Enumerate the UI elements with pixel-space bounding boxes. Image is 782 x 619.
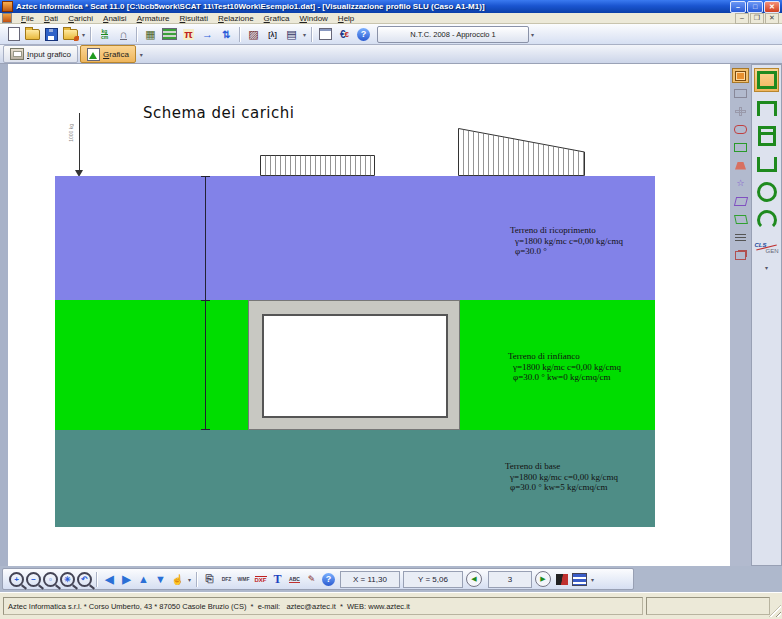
dxf-export-button[interactable]: DXF bbox=[252, 570, 269, 588]
text-tool-icon: T bbox=[274, 572, 282, 587]
shape-rectangle-button[interactable] bbox=[732, 68, 749, 83]
shape-rounded-rect-button[interactable] bbox=[732, 122, 749, 137]
materials-button[interactable] bbox=[160, 25, 179, 43]
dfz-export-button[interactable]: DFZ bbox=[218, 570, 235, 588]
new-file-button[interactable] bbox=[4, 25, 23, 43]
maximize-button[interactable]: □ bbox=[747, 1, 763, 13]
load-hatch-button[interactable]: ▨ bbox=[244, 25, 263, 43]
shape-trapezoid-button[interactable] bbox=[732, 158, 749, 173]
type-cls-gen-button[interactable]: CLS GEN bbox=[754, 236, 779, 260]
shape-green-rect-button[interactable] bbox=[732, 140, 749, 155]
next-case-button[interactable]: ▶ bbox=[535, 571, 551, 587]
save-file-button[interactable] bbox=[42, 25, 61, 43]
shape-3dbox-button[interactable] bbox=[732, 248, 749, 263]
menu-grafica[interactable]: Grafica bbox=[259, 14, 295, 23]
pan-left-button[interactable]: ◀ bbox=[101, 570, 118, 588]
color-mode-icon[interactable] bbox=[556, 574, 568, 585]
zoom-window-icon: ▫ bbox=[43, 572, 58, 587]
close-button[interactable]: ✕ bbox=[764, 1, 780, 13]
shape-quad-green-button[interactable] bbox=[732, 212, 749, 227]
zoom-in-button[interactable]: + bbox=[8, 570, 25, 588]
tab-overflow[interactable]: ▾ bbox=[140, 51, 143, 58]
tab-input-grafico[interactable]: Input grafico bbox=[3, 45, 78, 63]
menu-dati[interactable]: Dati bbox=[39, 14, 63, 23]
pan-up-button[interactable]: ▲ bbox=[135, 570, 152, 588]
file-group-overflow[interactable]: ▾ bbox=[82, 31, 85, 38]
x-coordinate-readout: X = 11,30 bbox=[340, 571, 400, 588]
pan-right-button[interactable]: ▶ bbox=[118, 570, 135, 588]
pan-group-overflow[interactable]: ▾ bbox=[188, 576, 191, 583]
shape-star-button[interactable]: ☆ bbox=[732, 176, 749, 191]
menu-window[interactable]: Window bbox=[294, 14, 332, 23]
menu-help[interactable]: Help bbox=[333, 14, 359, 23]
wmf-icon: WMF bbox=[238, 576, 250, 582]
ntc-approach-selector[interactable]: N.T.C. 2008 - Approccio 1 bbox=[377, 26, 529, 43]
arrow-tool-button[interactable]: → bbox=[198, 25, 217, 43]
mdi-child-icon[interactable] bbox=[2, 13, 12, 23]
menu-analisi[interactable]: Analisi bbox=[98, 14, 132, 23]
mdi-restore-button[interactable]: ❐ bbox=[750, 13, 764, 24]
type-box-button[interactable] bbox=[754, 68, 779, 92]
bridge-button[interactable]: ∩ bbox=[114, 25, 133, 43]
euro-convert-button[interactable]: €€ bbox=[335, 25, 354, 43]
geometry-button[interactable]: ▦ bbox=[141, 25, 160, 43]
minimize-button[interactable]: – bbox=[730, 1, 746, 13]
type-horseshoe-button[interactable] bbox=[754, 208, 779, 232]
wmf-export-button[interactable]: WMF bbox=[235, 570, 252, 588]
drawing-canvas[interactable]: Schema dei carichi 1000 kg Terreno di ri… bbox=[8, 64, 730, 566]
units-kgcm-icon: kgcm bbox=[101, 29, 108, 40]
tab-grafica-label: Grafica bbox=[103, 50, 129, 59]
ntc-group-overflow[interactable]: ▾ bbox=[531, 31, 534, 38]
annotate-button[interactable]: ABC bbox=[286, 570, 303, 588]
load-lambda-button[interactable]: [λ] bbox=[263, 25, 282, 43]
shape-cross-button[interactable] bbox=[732, 104, 749, 119]
help-button[interactable]: ? bbox=[354, 25, 373, 43]
report-button[interactable] bbox=[316, 25, 335, 43]
shape-quad-purple-button[interactable] bbox=[732, 194, 749, 209]
zoom-previous-icon: ↶ bbox=[77, 572, 92, 587]
y-coordinate-readout: Y = 5,06 bbox=[403, 571, 463, 588]
menu-relazione[interactable]: Relazione bbox=[213, 14, 259, 23]
load-hatch2-button[interactable]: ▤ bbox=[282, 25, 301, 43]
open-project-button[interactable] bbox=[61, 25, 80, 43]
shape-text-button[interactable] bbox=[732, 230, 749, 245]
mdi-close-button[interactable]: ✕ bbox=[765, 13, 779, 24]
section-type-overflow[interactable]: ▾ bbox=[765, 264, 768, 271]
menu-risultati[interactable]: Risultati bbox=[175, 14, 213, 23]
menu-armature[interactable]: Armature bbox=[132, 14, 175, 23]
units-button[interactable]: kgcm bbox=[95, 25, 114, 43]
tab-grafica[interactable]: Grafica bbox=[80, 45, 136, 63]
load-group-overflow[interactable]: ▾ bbox=[303, 31, 306, 38]
layers-icon[interactable] bbox=[572, 573, 587, 586]
mdi-minimize-button[interactable]: – bbox=[735, 13, 749, 24]
print-preview-button[interactable]: ⎘ bbox=[201, 570, 218, 588]
resize-grip[interactable] bbox=[769, 605, 781, 617]
menu-file[interactable]: File bbox=[16, 14, 39, 23]
type-portal-button[interactable] bbox=[754, 96, 779, 120]
point-load-label: 1000 kg bbox=[68, 124, 74, 142]
zoom-out-button[interactable]: − bbox=[25, 570, 42, 588]
tab-input-grafico-label: Input grafico bbox=[27, 50, 71, 59]
text-tool-button[interactable]: T bbox=[269, 570, 286, 588]
zoom-previous-button[interactable]: ↶ bbox=[76, 570, 93, 588]
dimension-icon: ⇅ bbox=[222, 29, 230, 40]
type-double-box-button[interactable] bbox=[754, 124, 779, 148]
type-u-section-button[interactable] bbox=[754, 152, 779, 176]
text-lines-icon bbox=[735, 234, 746, 242]
dimension-button[interactable]: ⇅ bbox=[217, 25, 236, 43]
bottom-help-button[interactable]: ? bbox=[320, 570, 337, 588]
zoom-extents-button[interactable]: ✳ bbox=[59, 570, 76, 588]
redline-button[interactable]: ✎ bbox=[303, 570, 320, 588]
open-file-button[interactable] bbox=[23, 25, 42, 43]
type-circular-button[interactable] bbox=[754, 180, 779, 204]
zoom-window-button[interactable]: ▫ bbox=[42, 570, 59, 588]
pan-hand-button[interactable]: ☝ bbox=[169, 570, 186, 588]
shape-palette: ☆ bbox=[730, 64, 751, 566]
view-group-overflow[interactable]: ▾ bbox=[591, 576, 594, 583]
foundation-button[interactable]: π bbox=[179, 25, 198, 43]
shape-frame-button[interactable] bbox=[732, 86, 749, 101]
previous-case-button[interactable]: ◀ bbox=[466, 571, 482, 587]
case-number-field[interactable]: 3 bbox=[488, 571, 532, 588]
menu-carichi[interactable]: Carichi bbox=[63, 14, 98, 23]
pan-down-button[interactable]: ▼ bbox=[152, 570, 169, 588]
